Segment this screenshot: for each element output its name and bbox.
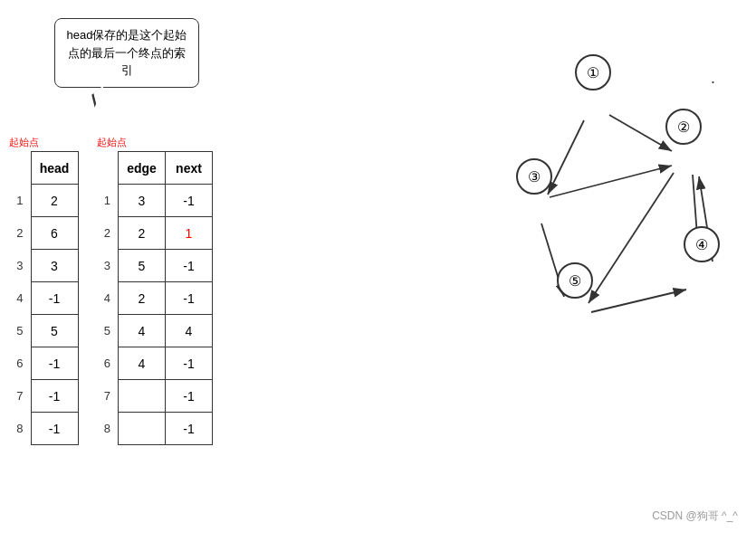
- edge-table-wrapper: 起始点 edge next 1 3 -1 2 2 1: [97, 136, 214, 445]
- watermark: CSDN @狗哥 ^_^: [652, 509, 738, 524]
- cell-val: 5: [31, 315, 78, 347]
- row-num: 5: [97, 315, 119, 347]
- table-row: 3 3: [9, 250, 78, 282]
- edge-val: [119, 380, 166, 413]
- edge-col-header: edge: [119, 152, 166, 185]
- table-row: 8 -1: [9, 413, 78, 445]
- next-col-header: next: [166, 152, 213, 185]
- cell-val: -1: [31, 413, 78, 445]
- empty-cell: [9, 152, 31, 185]
- row-num: 2: [9, 217, 31, 250]
- table-row: 7 -1: [97, 380, 213, 413]
- next-val: -1: [166, 347, 213, 380]
- row-num: 7: [97, 380, 119, 413]
- edge-val: [119, 413, 166, 445]
- next-val: -1: [166, 380, 213, 413]
- head-col-header: head: [31, 152, 78, 185]
- row-num: 8: [97, 413, 119, 445]
- svg-line-7: [591, 290, 686, 312]
- table-row: 2 2 1: [97, 217, 213, 250]
- edge-table-label: 起始点: [97, 136, 127, 149]
- svg-line-1: [609, 115, 672, 151]
- tables-row: 起始点 head 1 2 2 6 3: [9, 136, 380, 445]
- graph-area: ① ② ③ ④ ⑤ ·: [407, 18, 733, 398]
- row-num: 3: [97, 250, 119, 282]
- row-num: 7: [9, 380, 31, 413]
- edge-table: edge next 1 3 -1 2 2 1 3 5: [97, 151, 214, 445]
- graph-node-2: ②: [665, 109, 702, 145]
- table-row: 4 2 -1: [97, 282, 213, 315]
- table-header-row: edge next: [97, 152, 213, 185]
- next-val: 4: [166, 315, 213, 347]
- empty-cell: [97, 152, 119, 185]
- row-num: 1: [97, 185, 119, 217]
- svg-line-5: [589, 173, 674, 303]
- table-row: 1 2: [9, 185, 78, 217]
- cell-val: 2: [31, 185, 78, 217]
- table-row: 5 4 4: [97, 315, 213, 347]
- table-row: 7 -1: [9, 380, 78, 413]
- graph-node-4: ④: [684, 226, 720, 262]
- next-val-red: 1: [166, 217, 213, 250]
- table-row: 2 6: [9, 217, 78, 250]
- row-num: 6: [9, 347, 31, 380]
- cell-val: -1: [31, 347, 78, 380]
- dot-mark: ·: [711, 72, 715, 91]
- next-val: -1: [166, 413, 213, 445]
- edge-val: 2: [119, 217, 166, 250]
- next-val: -1: [166, 185, 213, 217]
- table-row: 3 5 -1: [97, 250, 213, 282]
- next-val: -1: [166, 250, 213, 282]
- head-table: head 1 2 2 6 3 3 4: [9, 151, 79, 445]
- table-header-row: head: [9, 152, 78, 185]
- graph-node-5: ⑤: [557, 262, 593, 299]
- graph-node-3: ③: [516, 158, 552, 195]
- edge-val: 4: [119, 315, 166, 347]
- row-num: 6: [97, 347, 119, 380]
- edge-val: 5: [119, 250, 166, 282]
- left-side: head保存的是这个起始点的最后一个终点的索引 起始点 head 1 2: [0, 0, 389, 542]
- right-side: ① ② ③ ④ ⑤ · CSDN @狗哥 ^_^: [389, 0, 756, 542]
- table-row: 4 -1: [9, 282, 78, 315]
- svg-line-3: [550, 166, 672, 197]
- cell-val: -1: [31, 380, 78, 413]
- row-num: 3: [9, 250, 31, 282]
- cell-val: 6: [31, 217, 78, 250]
- graph-svg: [407, 18, 733, 398]
- row-num: 1: [9, 185, 31, 217]
- bubble-text: head保存的是这个起始点的最后一个终点的索引: [67, 28, 187, 77]
- speech-bubble: head保存的是这个起始点的最后一个终点的索引: [54, 18, 199, 88]
- table-row: 1 3 -1: [97, 185, 213, 217]
- row-num: 4: [9, 282, 31, 315]
- table-row: 5 5: [9, 315, 78, 347]
- edge-val: 3: [119, 185, 166, 217]
- table-row: 8 -1: [97, 413, 213, 445]
- table-row: 6 4 -1: [97, 347, 213, 380]
- table-row: 6 -1: [9, 347, 78, 380]
- graph-node-1: ①: [575, 54, 611, 90]
- svg-line-2: [548, 120, 584, 195]
- row-num: 5: [9, 315, 31, 347]
- row-num: 8: [9, 413, 31, 445]
- head-table-wrapper: 起始点 head 1 2 2 6 3: [9, 136, 79, 445]
- edge-val: 2: [119, 282, 166, 315]
- next-val: -1: [166, 282, 213, 315]
- edge-val: 4: [119, 347, 166, 380]
- main-container: head保存的是这个起始点的最后一个终点的索引 起始点 head 1 2: [0, 0, 756, 542]
- cell-val: -1: [31, 282, 78, 315]
- head-table-label: 起始点: [9, 136, 39, 149]
- cell-val: 3: [31, 250, 78, 282]
- row-num: 4: [97, 282, 119, 315]
- row-num: 2: [97, 217, 119, 250]
